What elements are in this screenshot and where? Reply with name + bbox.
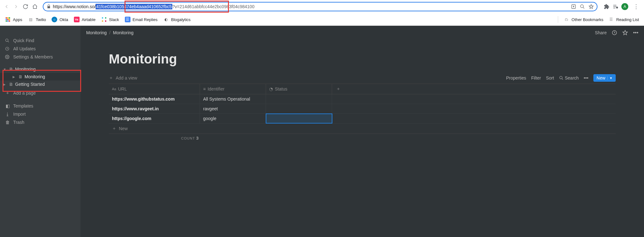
topbar: Monitoring / Monitoring Share ••• [80, 26, 644, 40]
bookmark-star-icon[interactable] [589, 4, 594, 9]
search-icon [5, 38, 10, 43]
sidebar-page-monitoring[interactable]: ▼🗎Monitoring [0, 65, 80, 73]
cell-identifier[interactable]: All Systems Operational [200, 94, 266, 104]
trash-icon: 🗑 [5, 120, 10, 125]
page-title[interactable]: Monitoring [109, 52, 616, 67]
reading-list[interactable]: ☰Reading List [608, 17, 639, 22]
table-row[interactable]: https://google.com google [109, 114, 616, 124]
bookmark-twilio[interactable]: ▤Twilio [28, 17, 46, 22]
bookmark-apps[interactable]: Apps [5, 17, 22, 22]
select-prop-icon: ◔ [269, 86, 273, 91]
forward-button[interactable] [13, 3, 19, 10]
clock-icon [5, 47, 10, 51]
new-button[interactable]: New▼ [593, 74, 616, 82]
other-bookmarks[interactable]: 🗀Other Bookmarks [564, 17, 603, 22]
plus-icon: ＋ [336, 86, 341, 92]
templates[interactable]: ◧Templates [0, 102, 80, 110]
install-app-icon[interactable] [571, 4, 576, 9]
cell-identifier[interactable]: ravgeet [200, 104, 266, 113]
add-row-button[interactable]: ＋New [109, 124, 616, 134]
bookmark-blogalytics[interactable]: ◐Blogalytics [163, 17, 191, 22]
breadcrumb-item[interactable]: Monitoring [113, 30, 133, 35]
updates-icon[interactable] [612, 30, 617, 36]
database-table: AaURL ≡Identifier ◔Status ＋ https://www.… [109, 84, 616, 142]
profile-avatar[interactable]: A [621, 3, 628, 10]
bookmark-slack[interactable]: Slack [101, 17, 119, 22]
column-header-identifier[interactable]: ≡Identifier [200, 84, 266, 94]
extensions-icon[interactable] [604, 4, 609, 9]
column-header-url[interactable]: AaURL [109, 84, 200, 94]
cell-identifier[interactable]: google [200, 114, 266, 123]
chevron-down-icon[interactable]: ▼ [3, 68, 7, 71]
back-button[interactable] [3, 3, 10, 10]
download-icon: ⭳ [5, 112, 10, 117]
import[interactable]: ⭳Import [0, 110, 80, 118]
sidebar-page-monitoring-child[interactable]: ▶🗎Monitoring [0, 73, 80, 80]
plus-icon: ＋ [109, 75, 113, 81]
table-row[interactable]: https://www.ravgeet.in ravgeet [109, 104, 616, 114]
page-icon: 🗎 [18, 74, 23, 79]
svg-point-1 [580, 5, 583, 8]
bookmark-airtable[interactable]: VaAirtable [74, 17, 96, 22]
browser-menu-icon[interactable]: ⋮ [631, 3, 641, 10]
properties-button[interactable]: Properties [506, 75, 526, 80]
search-button[interactable]: Search [559, 75, 579, 80]
bookmark-email-replies[interactable]: ☰Email Replies [125, 17, 158, 22]
sidebar-page-getting-started[interactable]: ▶🗎Getting Started [0, 80, 80, 88]
svg-point-7 [560, 76, 562, 79]
svg-point-2 [616, 7, 618, 8]
sort-button[interactable]: Sort [546, 75, 554, 80]
column-header-status[interactable]: ◔Status [266, 84, 332, 94]
text-prop-icon: ≡ [203, 86, 206, 91]
chevron-right-icon[interactable]: ▶ [13, 75, 16, 79]
plus-icon: ＋ [5, 90, 10, 96]
zoom-icon[interactable] [580, 4, 585, 9]
chevron-right-icon[interactable]: ▶ [3, 83, 7, 86]
favorite-star-icon[interactable] [622, 30, 628, 36]
home-button[interactable] [31, 3, 38, 10]
plus-icon: ＋ [112, 126, 116, 131]
url-text: https://www.notion.so/41fce038b105474eb4… [53, 4, 254, 9]
more-icon[interactable]: ••• [633, 30, 638, 36]
title-prop-icon: Aa [112, 87, 116, 91]
cell-url[interactable]: https://google.com [109, 114, 200, 123]
template-icon: ◧ [5, 103, 10, 108]
add-page[interactable]: ＋Add a page [0, 89, 80, 97]
page-icon: 🗎 [9, 67, 13, 72]
svg-point-5 [7, 56, 8, 58]
address-bar[interactable]: https://www.notion.so/41fce038b105474eb4… [43, 2, 597, 11]
trash[interactable]: 🗑Trash [0, 118, 80, 126]
bookmarks-bar: Apps ▤Twilio ○Okta VaAirtable Slack ☰Ema… [0, 13, 644, 26]
table-row[interactable]: https://www.githubstatus.com All Systems… [109, 94, 616, 104]
cell-status-selected[interactable] [266, 114, 332, 123]
lock-icon [47, 4, 51, 9]
browser-chrome: https://www.notion.so/41fce038b105474eb4… [0, 0, 644, 26]
svg-point-3 [6, 39, 8, 41]
quick-find[interactable]: Quick Find [0, 36, 80, 45]
cell-url[interactable]: https://www.ravgeet.in [109, 104, 200, 113]
playlist-icon[interactable] [613, 4, 618, 9]
cell-url[interactable]: https://www.githubstatus.com [109, 94, 200, 104]
page-icon: 🗎 [9, 82, 13, 87]
add-column-button[interactable]: ＋ [332, 84, 345, 94]
all-updates[interactable]: All Updates [0, 45, 80, 53]
cell-status[interactable] [266, 94, 332, 104]
view-options-icon[interactable]: ••• [584, 75, 588, 80]
main-content: Monitoring / Monitoring Share ••• Monito… [80, 26, 644, 237]
filter-button[interactable]: Filter [531, 75, 541, 80]
chevron-down-icon[interactable]: ▼ [607, 76, 613, 80]
sidebar: Quick Find All Updates Settings & Member… [0, 26, 80, 237]
breadcrumb-item[interactable]: Monitoring [86, 30, 107, 35]
row-count: COUNT3 [181, 136, 198, 141]
cell-status[interactable] [266, 104, 332, 113]
gear-icon [5, 55, 10, 59]
reload-button[interactable] [22, 3, 29, 10]
add-view-button[interactable]: ＋Add a view [109, 75, 137, 81]
breadcrumb: Monitoring / Monitoring [86, 30, 134, 35]
share-button[interactable]: Share [595, 30, 607, 35]
bookmark-okta[interactable]: ○Okta [52, 17, 68, 22]
settings-members[interactable]: Settings & Members [0, 53, 80, 61]
